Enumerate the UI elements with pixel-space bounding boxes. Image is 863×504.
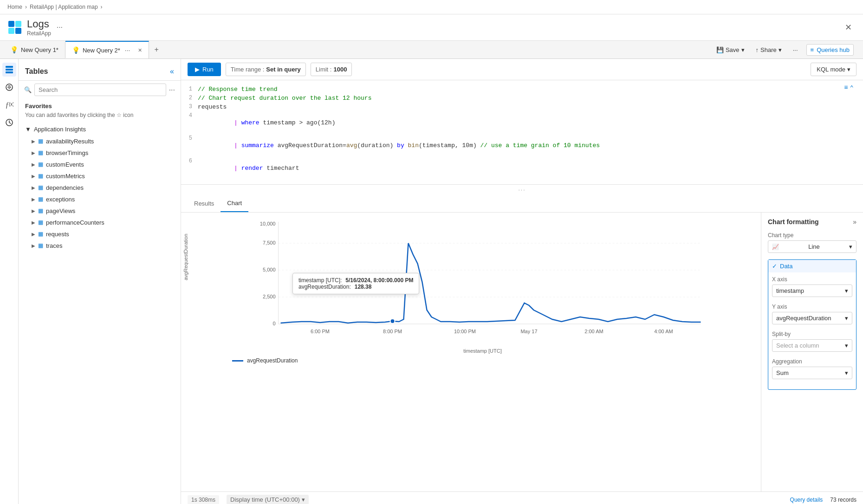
tab-new-query-2[interactable]: 💡 New Query 2* ··· ✕ <box>65 41 149 58</box>
kql-mode-button[interactable]: KQL mode ▾ <box>811 63 857 76</box>
chart-main: avgRequestDuration 0 2,500 <box>181 213 761 491</box>
aggregation-select[interactable]: Sum ▾ <box>772 367 852 379</box>
sidebar-collapse-button[interactable]: « <box>170 67 174 76</box>
tab-chart[interactable]: Chart <box>221 195 248 212</box>
tab1-label: New Query 1* <box>21 46 58 53</box>
search-icon: 🔍 <box>24 86 32 93</box>
y-axis-select[interactable]: avgRequestDuration ▾ <box>772 312 852 324</box>
search-more-button[interactable]: ··· <box>169 86 175 94</box>
y-axis-chevron-icon: ▾ <box>845 315 848 322</box>
tab2-more[interactable]: ··· <box>125 46 130 54</box>
svg-text:7,500: 7,500 <box>263 240 276 246</box>
favorites-section: Favorites You can add favorites by click… <box>19 99 181 123</box>
query-details-button[interactable]: Query details <box>790 497 823 503</box>
split-by-placeholder: Select a column <box>776 342 819 349</box>
table-performance-counters[interactable]: ▶ ▦ performanceCounters <box>19 217 181 228</box>
run-icon: ▶ <box>195 66 200 73</box>
queries-hub-button[interactable]: ≡ Queries hub <box>806 44 854 56</box>
sidebar-nav-tables[interactable] <box>2 63 16 77</box>
tree-expand-icon: ▶ <box>32 220 35 225</box>
split-by-section: Split-by Select a column ▾ <box>772 331 852 352</box>
split-by-select[interactable]: Select a column ▾ <box>772 339 852 352</box>
breadcrumb-home[interactable]: Home <box>7 4 22 10</box>
drag-handle[interactable]: ··· <box>181 185 863 195</box>
breadcrumb-retailapp[interactable]: RetailApp | Application map <box>30 4 98 10</box>
sidebar-inner: f (x) Tables « 🔍 <box>0 59 181 504</box>
table-exceptions[interactable]: ▶ ▦ exceptions <box>19 194 181 205</box>
table-page-views[interactable]: ▶ ▦ pageViews <box>19 205 181 217</box>
svg-rect-3 <box>15 28 21 34</box>
save-button[interactable]: 💾 Save ▾ <box>714 45 747 55</box>
format-icon[interactable]: ≡ <box>844 84 848 92</box>
close-button[interactable]: ✕ <box>841 20 856 34</box>
share-chevron-icon: ▾ <box>779 46 782 53</box>
application-insights-section[interactable]: ▼ Application Insights <box>19 123 181 136</box>
tab-new-query-1[interactable]: 💡 New Query 1* <box>4 41 65 58</box>
table-icon: ▦ <box>38 138 43 144</box>
x-axis-select[interactable]: timestamp ▾ <box>772 284 852 297</box>
table-browser-timings[interactable]: ▶ ▦ browserTimings <box>19 147 181 159</box>
tree-expand-icon: ▶ <box>32 197 35 202</box>
more-options-button[interactable]: ··· <box>790 45 801 55</box>
data-section-header[interactable]: ✓ Data <box>768 260 856 272</box>
code-editor[interactable]: ≡ ⌃ 1 // Response time trend 2 // Chart … <box>181 80 863 185</box>
tree-expand-icon: ▶ <box>32 232 35 237</box>
records-count: 73 records <box>830 497 857 503</box>
y-axis-label: Y axis <box>772 304 852 310</box>
svg-text:2,500: 2,500 <box>263 294 276 299</box>
breadcrumb: Home › RetailApp | Application map › <box>0 0 863 14</box>
svg-point-27 <box>390 319 395 323</box>
time-range-label: Time range : <box>231 66 265 73</box>
table-icon: ▦ <box>38 207 43 214</box>
chart-formatting-header: Chart formatting » <box>768 218 857 226</box>
sidebar-nav-functions[interactable]: f (x) <box>2 98 16 112</box>
chart-svg: 0 2,500 5,000 7,500 10,000 6:00 PM 8:00 … <box>214 217 752 347</box>
y-axis-value: avgRequestDuration <box>776 315 831 322</box>
section-title-label: Application Insights <box>34 126 86 133</box>
search-input[interactable] <box>34 84 166 96</box>
sidebar-nav-history[interactable] <box>2 116 16 129</box>
table-custom-metrics[interactable]: ▶ ▦ customMetrics <box>19 170 181 182</box>
aggregation-value: Sum <box>776 369 789 376</box>
time-range-button[interactable]: Time range : Set in query <box>226 63 306 76</box>
tree-expand-icon: ▶ <box>32 174 35 179</box>
display-time-button[interactable]: Display time (UTC+00:00) ▾ <box>227 495 309 504</box>
svg-text:10:00 PM: 10:00 PM <box>454 329 476 334</box>
svg-text:(x): (x) <box>9 102 13 107</box>
breadcrumb-sep1: › <box>25 4 27 10</box>
run-button[interactable]: ▶ Run <box>188 63 221 76</box>
svg-rect-5 <box>6 69 13 71</box>
chart-collapse-button[interactable]: » <box>853 218 857 226</box>
tab-bar: 💡 New Query 1* 💡 New Query 2* ··· ✕ + 💾 … <box>0 41 863 59</box>
svg-rect-0 <box>8 21 14 27</box>
save-chevron-icon: ▾ <box>741 46 745 53</box>
share-button[interactable]: ↑ Share ▾ <box>753 45 785 55</box>
table-name: requests <box>46 231 69 238</box>
queries-hub-icon: ≡ <box>811 46 814 53</box>
sidebar-nav-filter[interactable] <box>2 80 16 94</box>
tree-expand-icon: ▶ <box>32 150 35 155</box>
code-line-1: 1 // Response time trend <box>181 85 863 94</box>
table-requests[interactable]: ▶ ▦ requests <box>19 228 181 240</box>
search-container: 🔍 ··· <box>19 81 181 99</box>
split-by-label: Split-by <box>772 331 852 337</box>
tab2-close[interactable]: ✕ <box>138 47 142 53</box>
limit-button[interactable]: Limit : 1000 <box>311 63 352 76</box>
kql-chevron-icon: ▾ <box>847 66 850 73</box>
table-availability-results[interactable]: ▶ ▦ availabilityResults <box>19 136 181 147</box>
tab-actions: 💾 Save ▾ ↑ Share ▾ ··· ≡ Queries hub <box>708 44 859 56</box>
chart-type-select[interactable]: 📈 Line ▾ <box>768 240 857 253</box>
add-tab-button[interactable]: + <box>149 41 164 58</box>
sidebar-header: Tables « <box>19 63 181 81</box>
table-traces[interactable]: ▶ ▦ traces <box>19 240 181 252</box>
tab-results[interactable]: Results <box>188 195 221 212</box>
collapse-icon[interactable]: ⌃ <box>850 84 854 92</box>
chart-type-line-icon: 📈 <box>772 244 779 250</box>
query-time: 1s 308ms <box>188 495 219 504</box>
table-custom-events[interactable]: ▶ ▦ customEvents <box>19 159 181 170</box>
table-icon: ▦ <box>38 149 43 156</box>
app-more-button[interactable]: ··· <box>57 23 63 32</box>
table-name: traces <box>46 242 62 249</box>
limit-label: Limit : <box>316 66 332 73</box>
table-dependencies[interactable]: ▶ ▦ dependencies <box>19 182 181 194</box>
